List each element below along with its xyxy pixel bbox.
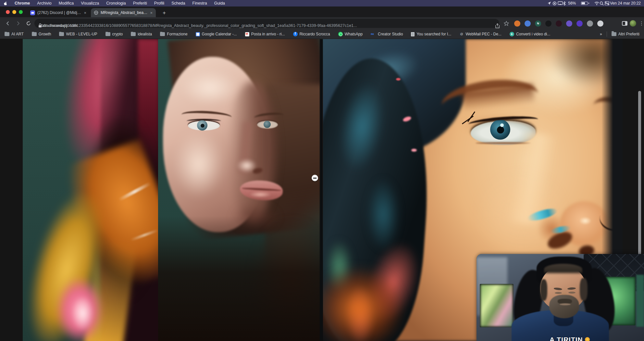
- bookmark-icon: [131, 32, 136, 36]
- address-bar[interactable]: cdn.discordapp.com/attachments/101351233…: [34, 19, 499, 28]
- window-close-button[interactable]: [6, 10, 10, 14]
- page-content: A TIRITIN: [0, 39, 644, 341]
- extension-icon[interactable]: [576, 20, 583, 27]
- bookmark-item[interactable]: Creator Studio: [371, 32, 403, 36]
- tab-title: MRregista_Abstract_beauty._: [101, 10, 147, 15]
- forward-button[interactable]: [14, 19, 22, 27]
- profile-avatar[interactable]: [629, 19, 637, 27]
- bookmark-icon: [459, 32, 464, 36]
- menu-item-scheda[interactable]: Scheda: [171, 1, 185, 6]
- menu-bar-clock[interactable]: Ven 24 mar 20:22: [610, 1, 641, 6]
- tab-close-icon[interactable]: ×: [150, 10, 153, 15]
- discord-favicon-icon: [30, 10, 35, 15]
- tab-close-icon[interactable]: ×: [83, 10, 87, 15]
- bookmark-item[interactable]: Converti i video di...: [510, 32, 550, 36]
- bookmark-item[interactable]: Growth: [32, 32, 51, 36]
- bookmarks-overflow-chevron[interactable]: »: [600, 32, 602, 36]
- folder-icon: [612, 32, 616, 36]
- extension-icon[interactable]: [566, 20, 572, 27]
- menu-item-finestra[interactable]: Finestra: [192, 1, 207, 6]
- bookmark-item[interactable]: crypto: [105, 32, 123, 36]
- bookmark-item[interactable]: idealista: [131, 32, 152, 36]
- new-tab-button[interactable]: +: [160, 9, 168, 17]
- battery-percent: 56%: [568, 1, 576, 6]
- bookmark-item[interactable]: Google Calendar -...: [196, 32, 237, 36]
- window-minimize-button[interactable]: [12, 10, 16, 14]
- bookmarks-divider: [607, 32, 607, 37]
- extension-icon[interactable]: [525, 20, 531, 27]
- bookmark-item[interactable]: You searched for I...: [411, 32, 451, 36]
- bookmark-item[interactable]: AI ART: [5, 32, 24, 36]
- sparkle-emoji-icon: [585, 337, 590, 341]
- back-button[interactable]: [4, 19, 12, 27]
- extension-icon[interactable]: [514, 20, 520, 27]
- bookmark-item[interactable]: Posta in arrivo - ri...: [245, 32, 285, 36]
- bookmark-icon: [293, 32, 298, 36]
- menu-item-modifica[interactable]: Modifica: [59, 1, 74, 6]
- tab-strip: (2762) Discord | @Midjourney × MRregista…: [0, 6, 644, 17]
- bookmark-item[interactable]: WEB - LEVEL-UP: [59, 32, 97, 36]
- menu-item-visualizza[interactable]: Visualizza: [81, 1, 99, 6]
- extension-icon[interactable]: [556, 20, 562, 27]
- bookmark-icon: [371, 32, 376, 36]
- artwork-panel-abstract: [23, 39, 158, 341]
- bookmark-star-icon[interactable]: [502, 19, 510, 27]
- clipped-caption: A TIRITIN: [550, 336, 627, 341]
- bookmark-icon: [160, 32, 165, 36]
- caption-text: A TIRITIN: [550, 336, 583, 341]
- browser-menu-icon[interactable]: ⋮: [637, 19, 644, 27]
- menu-item-profili[interactable]: Profili: [154, 1, 164, 6]
- extension-icon[interactable]: [587, 20, 593, 27]
- bookmark-icon: [105, 32, 110, 36]
- bookmark-icon: [510, 32, 514, 36]
- window-zoom-button[interactable]: [19, 10, 23, 14]
- extension-icon[interactable]: [545, 20, 551, 27]
- side-panel-icon[interactable]: [621, 19, 628, 27]
- screen: Chrome Archivio Modifica Visualizza Cron…: [0, 0, 644, 341]
- other-bookmarks-folder[interactable]: Altri Preferiti: [612, 32, 639, 36]
- globe-favicon-icon: [94, 10, 98, 15]
- menu-item-guida[interactable]: Guida: [214, 1, 225, 6]
- menu-item-archivio[interactable]: Archivio: [37, 1, 51, 6]
- bookmark-icon: [411, 32, 415, 36]
- tab-title: (2762) Discord | @Midjourney: [37, 10, 81, 15]
- browser-toolbar: cdn.discordapp.com/attachments/101351233…: [0, 17, 644, 30]
- extension-icon[interactable]: [597, 20, 603, 27]
- bookmark-item[interactable]: Riccardo Scrocca: [293, 32, 330, 36]
- reload-button[interactable]: [25, 19, 32, 27]
- battery-charging-icon: [581, 2, 589, 5]
- bookmark-item[interactable]: Formazione: [160, 32, 187, 36]
- bookmark-icon: [245, 32, 249, 36]
- bookmark-icon: [32, 32, 37, 36]
- macos-menu-bar: Chrome Archivio Modifica Visualizza Cron…: [0, 0, 644, 6]
- bookmark-icon: [338, 32, 343, 36]
- menu-item-chrome[interactable]: Chrome: [15, 1, 30, 6]
- apple-menu-icon[interactable]: [3, 1, 7, 6]
- bookmarks-right: » Altri Preferiti: [600, 32, 639, 37]
- extension-icon[interactable]: N: [535, 20, 541, 27]
- bookmark-icon: [59, 32, 64, 36]
- extensions-row: N: [514, 19, 603, 27]
- zoom-out-cursor-icon: [312, 175, 318, 181]
- tab-discord[interactable]: (2762) Discord | @Midjourney ×: [27, 8, 90, 17]
- artwork-panel-portrait: [158, 39, 323, 341]
- menu-item-preferiti[interactable]: Preferiti: [133, 1, 147, 6]
- bookmark-icon: [196, 32, 200, 36]
- menu-item-cronologia[interactable]: Cronologia: [106, 1, 126, 6]
- bookmark-item[interactable]: WhatsApp: [338, 32, 363, 36]
- bookmarks-bar: AI ART Growth WEB - LEVEL-UP crypto: [0, 30, 644, 39]
- bookmarks-list: AI ART Growth WEB - LEVEL-UP crypto: [5, 32, 600, 36]
- bookmark-icon: [5, 32, 9, 36]
- tab-image-active[interactable]: MRregista_Abstract_beauty._ ×: [91, 8, 156, 17]
- webcam-overlay: A TIRITIN: [477, 254, 644, 341]
- bookmark-item[interactable]: WebMail PEC - De...: [459, 32, 501, 36]
